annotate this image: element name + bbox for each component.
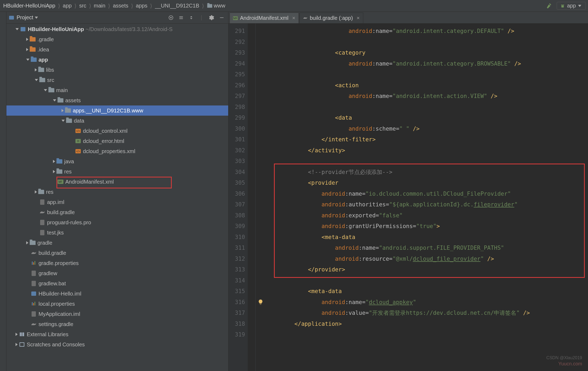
expand-all-icon[interactable]: [177, 14, 185, 21]
tree-item-gradle-props[interactable]: gradle.properties: [6, 258, 228, 268]
expand-arrow-icon[interactable]: [62, 120, 65, 122]
code-line[interactable]: <meta-data: [266, 232, 588, 243]
tree-item-settings-gradle[interactable]: settings.gradle: [6, 319, 228, 329]
tree-item-hbuilder-iml[interactable]: HBuilder-Hello.iml: [6, 289, 228, 299]
expand-arrow-icon[interactable]: [35, 79, 38, 81]
code-line[interactable]: <action: [266, 80, 588, 91]
tree-item-manifest[interactable]: MFAndroidManifest.xml: [6, 177, 228, 187]
expand-arrow-icon[interactable]: [62, 109, 64, 112]
build-icon[interactable]: [546, 2, 553, 9]
expand-arrow-icon[interactable]: [53, 99, 56, 101]
tree-item-idea[interactable]: .idea: [6, 44, 228, 55]
expand-arrow-icon[interactable]: [44, 89, 47, 91]
code-line[interactable]: [266, 156, 588, 167]
expand-arrow-icon[interactable]: [53, 170, 55, 173]
expand-arrow-icon[interactable]: [35, 190, 37, 194]
tree-item-data[interactable]: data: [6, 116, 228, 126]
expand-arrow-icon[interactable]: [35, 68, 37, 71]
tree-item-myapp-iml[interactable]: MyApplication.iml: [6, 309, 228, 319]
code-line[interactable]: [266, 102, 588, 113]
select-opened-file-icon[interactable]: [167, 14, 175, 21]
tree-item-dcloud-error[interactable]: Hdcloud_error.html: [6, 136, 228, 146]
expand-arrow-icon[interactable]: [16, 333, 18, 336]
tree-item-local-props[interactable]: local.properties: [6, 299, 228, 309]
tree-item-build-gradle[interactable]: build.gradle: [6, 207, 228, 217]
breadcrumb-item[interactable]: __UNI__D912C1B: [154, 2, 200, 9]
code-line[interactable]: android:name="android.intent.category.BR…: [266, 58, 588, 69]
code-line[interactable]: <!--provider节点必须添加-->: [266, 167, 588, 178]
code-area[interactable]: android:name="android.intent.category.DE…: [266, 24, 588, 371]
code-line[interactable]: <data: [266, 112, 588, 123]
expand-arrow-icon[interactable]: [16, 28, 19, 30]
code-line[interactable]: [266, 275, 588, 286]
tree-item-res2[interactable]: res: [6, 187, 228, 197]
tree-item-app-iml[interactable]: app.iml: [6, 197, 228, 207]
breadcrumb-item[interactable]: assets: [112, 2, 129, 9]
expand-arrow-icon[interactable]: [26, 59, 29, 61]
intention-bulb-icon[interactable]: [257, 299, 264, 305]
code-line[interactable]: [266, 329, 588, 340]
tree-item-dcloud-control[interactable]: </>dcloud_control.xml: [6, 126, 228, 136]
left-tool-gutter[interactable]: [0, 12, 6, 371]
tree-item-res[interactable]: res: [6, 166, 228, 177]
gear-icon[interactable]: [208, 14, 215, 21]
tab-build-gradle[interactable]: build.gradle (:app) ×: [299, 13, 363, 23]
fold-gutter[interactable]: [248, 24, 256, 371]
breadcrumb-item[interactable]: www: [206, 2, 226, 9]
breadcrumb-item[interactable]: main: [93, 2, 106, 9]
code-line[interactable]: android:name="android.intent.category.DE…: [266, 26, 588, 37]
code-line[interactable]: android:scheme=" " />: [266, 123, 588, 134]
code-line[interactable]: android:name="dcloud_appkey": [266, 297, 588, 308]
close-icon[interactable]: ×: [357, 15, 360, 21]
breadcrumb-item[interactable]: apps: [135, 2, 148, 9]
code-line[interactable]: android:authorities="${apk.applicationId…: [266, 199, 588, 210]
code-line[interactable]: android:exported="false": [266, 210, 588, 221]
code-line[interactable]: android:value="开发者需登录https://dev.dcloud.…: [266, 308, 588, 319]
close-icon[interactable]: ×: [292, 15, 295, 21]
run-config-selector[interactable]: app: [557, 2, 586, 10]
tree-item-src[interactable]: src: [6, 75, 228, 85]
tab-android-manifest[interactable]: MF AndroidManifest.xml ×: [230, 13, 299, 23]
hide-panel-icon[interactable]: [218, 14, 226, 21]
code-line[interactable]: <meta-data: [266, 286, 588, 297]
tree-item-java[interactable]: java: [6, 156, 228, 166]
breadcrumb-item[interactable]: src: [78, 2, 87, 9]
editor-body[interactable]: 2912922932942952962972982993003013023033…: [228, 24, 588, 371]
expand-arrow-icon[interactable]: [26, 38, 28, 41]
tree-item-apps-www[interactable]: apps.__UNI__D912C1B.www: [6, 105, 228, 116]
code-line[interactable]: </application>: [266, 319, 588, 330]
code-line[interactable]: android:grantUriPermissions="true">: [266, 221, 588, 232]
code-line[interactable]: [266, 37, 588, 48]
code-line[interactable]: </provider>: [266, 264, 588, 275]
tree-item-app[interactable]: app: [6, 55, 228, 65]
expand-arrow-icon[interactable]: [26, 48, 28, 51]
collapse-all-icon[interactable]: [188, 14, 195, 21]
tree-item-assets[interactable]: assets: [6, 95, 228, 105]
tree-item-gradle[interactable]: .gradle: [6, 34, 228, 44]
code-line[interactable]: android:name="android.support.FILE_PROVI…: [266, 243, 588, 253]
tree-item-gradle-dir[interactable]: gradle: [6, 238, 228, 248]
project-tree[interactable]: HBuilder-HelloUniApp~/Downloads/latest/3…: [6, 24, 228, 371]
expand-arrow-icon[interactable]: [16, 343, 18, 346]
tree-root[interactable]: HBuilder-HelloUniApp~/Downloads/latest/3…: [6, 24, 228, 34]
tree-item-test-jks[interactable]: test.jks: [6, 228, 228, 238]
code-line[interactable]: </activity>: [266, 145, 588, 156]
tree-item-proguard[interactable]: proguard-rules.pro: [6, 217, 228, 228]
tree-item-main[interactable]: main: [6, 85, 228, 95]
project-panel-title[interactable]: Project: [9, 14, 39, 21]
tree-item-gradlew-bat[interactable]: gradlew.bat: [6, 278, 228, 289]
code-line[interactable]: android:resource="@xml/dcloud_file_provi…: [266, 253, 588, 264]
code-line[interactable]: android:name="io.dcloud.common.util.DClo…: [266, 188, 588, 199]
code-line[interactable]: <provider: [266, 177, 588, 188]
expand-arrow-icon[interactable]: [53, 160, 55, 163]
breadcrumb-item[interactable]: app: [62, 2, 73, 9]
tree-item-dcloud-properties[interactable]: </>dcloud_properties.xml: [6, 146, 228, 156]
tree-item-libs[interactable]: libs: [6, 65, 228, 75]
breadcrumb-item[interactable]: HBuilder-HelloUniApp: [2, 2, 56, 9]
expand-arrow-icon[interactable]: [26, 241, 28, 244]
code-line[interactable]: [266, 69, 588, 80]
code-line[interactable]: <category: [266, 47, 588, 58]
code-line[interactable]: android:name="android.intent.action.VIEW…: [266, 91, 588, 102]
tree-item-scratches[interactable]: Scratches and Consoles: [6, 339, 228, 350]
tree-item-build-gradle2[interactable]: build.gradle: [6, 248, 228, 258]
